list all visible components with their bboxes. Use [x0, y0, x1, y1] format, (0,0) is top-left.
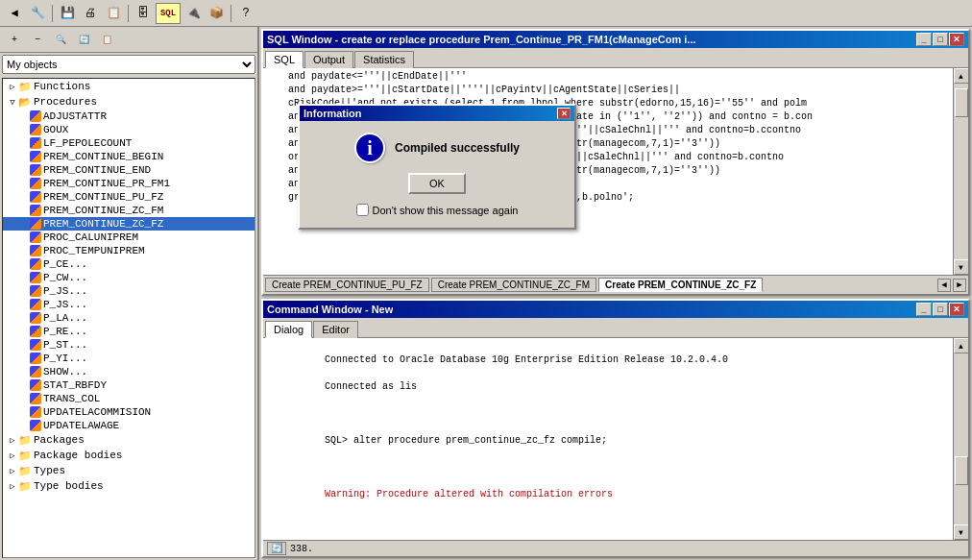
show-expand[interactable]	[18, 366, 30, 377]
scroll-left-arrow[interactable]: ◀	[937, 279, 951, 292]
tree-item-p-js1[interactable]: P_JS...	[3, 284, 255, 298]
tree-item-lf-pepole[interactable]: LF_PEPOLECOUNT	[3, 136, 255, 150]
adjustattr-expand[interactable]	[18, 110, 30, 122]
sql-scroll-up[interactable]: ▲	[954, 68, 969, 84]
prem-begin-expand[interactable]	[18, 151, 30, 162]
tree-types-item[interactable]: ▷ 📁 Types	[3, 463, 255, 478]
cmd-scroll-down[interactable]: ▼	[954, 524, 969, 540]
sql-scroll-track[interactable]	[954, 84, 968, 259]
p-la-expand[interactable]	[18, 312, 30, 324]
toolbar-btn-5[interactable]: 📋	[103, 3, 124, 24]
cmd-window-maximize[interactable]: □	[933, 303, 948, 316]
type-bodies-expand-icon[interactable]: ▷	[7, 480, 18, 492]
toolbar-sql-btn[interactable]: SQL	[156, 3, 181, 24]
tree-item-p-js2[interactable]: P_JS...	[3, 298, 255, 311]
functions-expand-icon[interactable]: ▷	[7, 81, 18, 92]
tree-item-trans[interactable]: TRANS_COL	[3, 392, 255, 405]
sql-bottom-tab-3[interactable]: Create PREM_CONTINUE_ZC_FZ	[598, 278, 763, 292]
tree-item-prem-zc-fz[interactable]: PREM_CONTINUE_ZC_FZ	[3, 217, 255, 231]
prem-zc-fm-expand[interactable]	[18, 205, 30, 216]
toolbar-btn-2[interactable]: 🔧	[27, 3, 48, 24]
packages-expand-icon[interactable]: ▷	[7, 434, 18, 446]
p-re-expand[interactable]	[18, 326, 30, 337]
panel-btn-5[interactable]: 📋	[96, 29, 117, 50]
sql-window-minimize[interactable]: _	[916, 33, 932, 46]
tree-procedures-item[interactable]: ▽ 📂 Procedures	[3, 94, 255, 110]
toolbar-btn-8[interactable]: 📦	[206, 3, 227, 24]
tree-item-p-la[interactable]: P_LA...	[3, 311, 255, 325]
tab-output[interactable]: Output	[304, 51, 353, 68]
cmd-output[interactable]: Connected to Oracle Database 10g Enterpr…	[263, 338, 953, 540]
tab-statistics[interactable]: Statistics	[354, 51, 414, 68]
sql-window-close[interactable]: ✕	[949, 33, 964, 46]
tree-item-prem-pu-fz[interactable]: PREM_CONTINUE_PU_FZ	[3, 190, 255, 204]
cmd-scroll-up[interactable]: ▲	[954, 338, 969, 353]
scroll-right-arrow[interactable]: ▶	[953, 279, 966, 292]
tree-item-prem-begin[interactable]: PREM_CONTINUE_BEGIN	[3, 150, 255, 163]
tree-package-bodies-item[interactable]: ▷ 📁 Package bodies	[3, 448, 255, 463]
lf-expand[interactable]	[18, 137, 30, 149]
tree-functions-item[interactable]: ▷ 📁 Functions	[3, 79, 255, 94]
p-ce-expand[interactable]	[18, 258, 30, 270]
objects-dropdown[interactable]: My objects	[2, 55, 255, 74]
prem-pu-fz-expand[interactable]	[18, 191, 30, 203]
tree-item-show[interactable]: SHOW...	[3, 365, 255, 378]
cmd-window-minimize[interactable]: _	[916, 303, 932, 316]
updatela-expand[interactable]	[18, 406, 30, 418]
tree-type-bodies-item[interactable]: ▷ 📁 Type bodies	[3, 478, 255, 494]
tree-item-adjustattr[interactable]: ADJUSTATTR	[3, 110, 255, 123]
object-tree[interactable]: ▷ 📁 Functions ▽ 📂 Procedures ADJUSTATTR	[2, 78, 255, 558]
tree-item-p-st[interactable]: P_ST...	[3, 338, 255, 352]
p-js1-expand[interactable]	[18, 285, 30, 297]
cmd-window-close[interactable]: ✕	[949, 303, 964, 316]
prem-end-expand[interactable]	[18, 164, 30, 176]
tree-item-prem-zc-fm[interactable]: PREM_CONTINUE_ZC_FM	[3, 204, 255, 217]
tree-item-prem-end[interactable]: PREM_CONTINUE_END	[3, 163, 255, 177]
sql-scroll-down[interactable]: ▼	[954, 259, 969, 275]
toolbar-save-btn[interactable]: 💾	[57, 3, 78, 24]
p-js2-expand[interactable]	[18, 299, 30, 310]
tab-editor[interactable]: Editor	[313, 321, 358, 338]
sql-window-maximize[interactable]: □	[933, 33, 948, 46]
updatelawage-expand[interactable]	[18, 420, 30, 431]
cmd-scroll-thumb[interactable]	[955, 456, 968, 485]
toolbar-db-btn[interactable]: 🗄	[133, 3, 154, 24]
tree-item-updatelawage[interactable]: UPDATELAWAGE	[3, 419, 255, 432]
proc-tempuni-expand[interactable]	[18, 245, 30, 256]
toolbar-help-btn[interactable]: ?	[235, 3, 256, 24]
stat-expand[interactable]	[18, 379, 30, 391]
dialog-close-btn[interactable]: ✕	[557, 108, 571, 119]
sql-vscrollbar[interactable]: ▲ ▼	[953, 68, 968, 275]
tab-dialog[interactable]: Dialog	[265, 321, 312, 338]
p-yi-expand[interactable]	[18, 353, 30, 364]
p-cw-expand[interactable]	[18, 272, 30, 283]
sql-scroll-thumb[interactable]	[955, 88, 968, 117]
sql-bottom-tab-1[interactable]: Create PREM_CONTINUE_PU_FZ	[265, 278, 429, 292]
tree-item-proc-tempuni[interactable]: PROC_TEMPUNIPREM	[3, 244, 255, 257]
sql-bottom-tab-2[interactable]: Create PREM_CONTINUE_ZC_FM	[431, 278, 596, 292]
procedures-expand-icon[interactable]: ▽	[7, 96, 18, 108]
toolbar-btn-4[interactable]: 🖨	[80, 3, 101, 24]
panel-btn-1[interactable]: +	[4, 29, 25, 50]
tab-sql[interactable]: SQL	[265, 51, 304, 68]
tree-item-goux[interactable]: GOUX	[3, 123, 255, 136]
cmd-vscrollbar[interactable]: ▲ ▼	[953, 338, 968, 540]
tree-item-p-cw[interactable]: P_CW...	[3, 271, 255, 284]
tree-item-stat[interactable]: STAT_RBFDY	[3, 378, 255, 392]
prem-zc-fz-expand[interactable]	[18, 218, 30, 230]
dialog-ok-button[interactable]: OK	[408, 173, 466, 194]
tree-item-p-ce[interactable]: P_CE...	[3, 257, 255, 271]
tree-item-updatela[interactable]: UPDATELACOMMISION	[3, 405, 255, 419]
tree-item-p-yi[interactable]: P_YI...	[3, 352, 255, 365]
toolbar-btn-7[interactable]: 🔌	[182, 3, 204, 24]
tree-packages-item[interactable]: ▷ 📁 Packages	[3, 432, 255, 448]
info-dialog[interactable]: Information ✕ i Compiled successfully OK…	[298, 104, 576, 230]
tree-item-p-re[interactable]: P_RE...	[3, 325, 255, 338]
panel-btn-3[interactable]: 🔍	[50, 29, 71, 50]
panel-btn-2[interactable]: −	[27, 29, 48, 50]
types-expand-icon[interactable]: ▷	[7, 465, 18, 476]
cmd-refresh-btn[interactable]: 🔄	[267, 542, 286, 555]
cmd-scroll-track[interactable]	[954, 353, 968, 524]
proc-caluni-expand[interactable]	[18, 231, 30, 243]
p-st-expand[interactable]	[18, 339, 30, 351]
